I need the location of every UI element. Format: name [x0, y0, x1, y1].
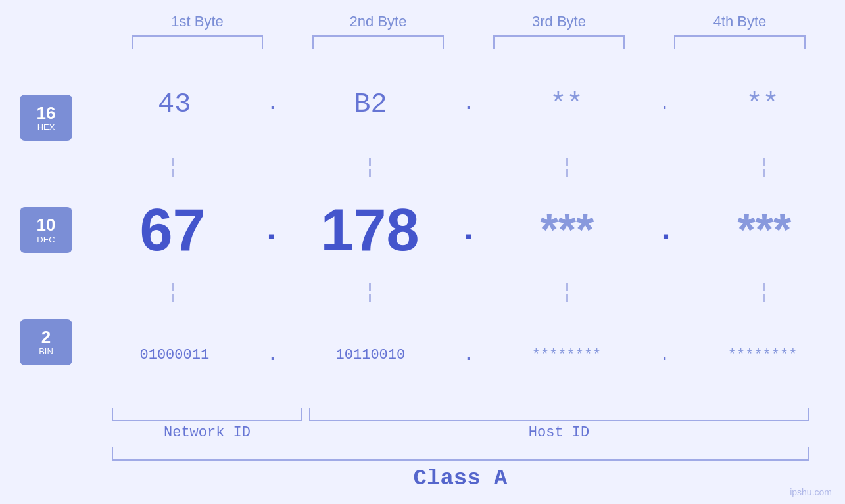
dec-dot3: .: [656, 212, 675, 249]
content-col: 43 . B2 . ** . **: [92, 55, 845, 405]
sep2: [92, 279, 845, 306]
hex-b4-val: **: [746, 89, 779, 120]
class-label: Class A: [112, 466, 809, 491]
hex-b4-cell: **: [690, 89, 835, 120]
eq1-b1: [101, 158, 245, 177]
bin-b2-val: 10110010: [336, 347, 406, 363]
bin-dot1: .: [267, 346, 278, 365]
hex-dot2: .: [463, 95, 474, 114]
dec-row: 67 . 178 . *** . ***: [92, 181, 845, 280]
hex-row: 43 . B2 . ** . **: [92, 55, 845, 154]
bracket-b1: [132, 35, 263, 49]
bin-b3-val: ********: [532, 347, 602, 363]
byte4-header: 4th Byte: [667, 13, 812, 30]
host-id-label: Host ID: [309, 424, 809, 441]
bracket-b4: [674, 35, 806, 49]
byte3-header: 3rd Byte: [487, 13, 631, 30]
bin-dot2: .: [463, 346, 474, 365]
bracket-b2: [312, 35, 444, 49]
hex-b3-val: **: [550, 89, 583, 120]
top-brackets: [107, 35, 831, 49]
dec-b4-cell: ***: [692, 204, 836, 256]
dec-b3-val: ***: [541, 204, 594, 256]
hex-dot3: .: [659, 95, 670, 114]
eq1-b2: [298, 158, 443, 177]
dec-b4-val: ***: [738, 204, 792, 256]
main-container: 1st Byte 2nd Byte 3rd Byte 4th Byte 16 H…: [0, 0, 845, 504]
hex-b1-cell: 43: [102, 89, 247, 120]
class-bracket: [112, 447, 809, 461]
hex-b3-cell: **: [495, 89, 639, 120]
hex-num: 16: [37, 104, 56, 123]
hex-label: HEX: [37, 122, 55, 132]
network-id-label: Network ID: [112, 424, 302, 441]
dec-dot1: .: [261, 212, 281, 249]
dec-b3-cell: ***: [495, 204, 639, 256]
bin-num: 2: [41, 328, 51, 347]
id-labels-row: Network ID Host ID: [112, 424, 835, 441]
hex-b1-val: 43: [158, 89, 191, 120]
eq2-b2: [298, 283, 443, 302]
dec-dot2: .: [458, 212, 478, 249]
dec-b2-cell: 178: [297, 196, 442, 264]
dec-num: 10: [37, 216, 56, 235]
bin-b3-cell: ********: [495, 347, 639, 363]
hex-b2-val: B2: [354, 89, 387, 120]
bin-b2-cell: 10110010: [298, 347, 443, 363]
eq2-b3: [495, 283, 640, 302]
bin-row: 01000011 . 10110010 . ******** . *******…: [92, 306, 845, 405]
bin-label: BIN: [39, 346, 53, 356]
byte2-header: 2nd Byte: [306, 13, 450, 30]
bin-b1-cell: 01000011: [102, 347, 247, 363]
dec-b1-val: 67: [139, 197, 205, 263]
eq1-b3: [495, 158, 640, 177]
network-bracket: [112, 408, 302, 421]
sep1: [92, 154, 845, 181]
hex-dot1: .: [267, 95, 278, 114]
hex-b2-cell: B2: [298, 89, 443, 120]
bin-b4-cell: ********: [690, 347, 835, 363]
host-bracket: [309, 408, 809, 421]
hex-badge: 16 HEX: [20, 95, 72, 141]
eq1-b4: [692, 158, 837, 177]
eq2-b4: [692, 283, 837, 302]
bin-dot3: .: [659, 346, 670, 365]
bin-badge: 2 BIN: [20, 319, 72, 365]
byte-headers: 1st Byte 2nd Byte 3rd Byte 4th Byte: [107, 13, 831, 30]
bin-b4-val: ********: [728, 347, 798, 363]
bracket-b3: [493, 35, 625, 49]
labels-col: 16 HEX 10 DEC 2 BIN: [0, 55, 92, 405]
dec-label: DEC: [37, 235, 55, 244]
id-brackets: [112, 408, 835, 421]
watermark: ipshu.com: [790, 487, 832, 497]
dec-badge: 10 DEC: [20, 207, 72, 253]
eq2-b1: [101, 283, 245, 302]
bottom-section: Network ID Host ID Class A ipshu.com: [0, 405, 845, 504]
byte1-header: 1st Byte: [125, 13, 270, 30]
dec-b1-cell: 67: [100, 196, 245, 264]
bin-b1-val: 01000011: [140, 347, 210, 363]
rows-area: 16 HEX 10 DEC 2 BIN 43 . B2: [0, 55, 845, 405]
dec-b2-val: 178: [320, 197, 419, 263]
